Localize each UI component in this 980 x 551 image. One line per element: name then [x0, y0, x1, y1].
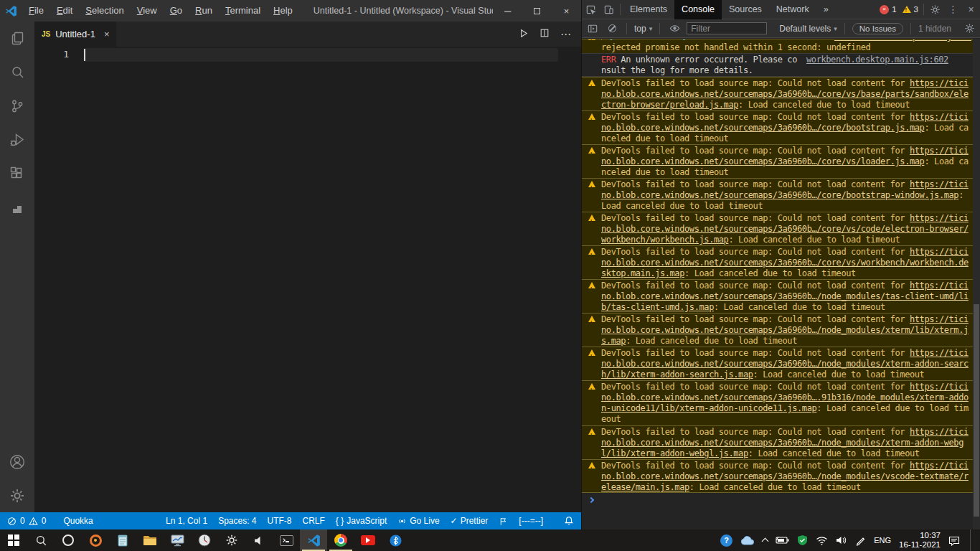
- show-desktop-button[interactable]: [970, 529, 974, 551]
- line-col-indicator[interactable]: Ln 1, Col 1: [166, 516, 207, 526]
- taskbar-vscode-icon[interactable]: [300, 529, 327, 551]
- console-settings-gear-icon[interactable]: [962, 22, 976, 36]
- youtube-icon[interactable]: [354, 529, 382, 551]
- run-debug-icon[interactable]: [0, 123, 34, 156]
- minimize-button[interactable]: ─: [493, 0, 522, 22]
- sourcemap-link[interactable]: https://ticino.blob.core.windows.net/sou…: [601, 461, 969, 492]
- bracket-status[interactable]: [---=--]: [519, 516, 543, 526]
- menu-file[interactable]: File: [22, 0, 50, 22]
- action-center-icon[interactable]: [948, 535, 960, 546]
- devtools-tab-console[interactable]: Console: [674, 0, 722, 19]
- more-tabs-icon[interactable]: »: [816, 0, 836, 19]
- tab-close-icon[interactable]: ×: [104, 29, 110, 39]
- tab-untitled-1[interactable]: JS Untitled-1 ×: [34, 22, 117, 47]
- search-icon[interactable]: [0, 55, 34, 89]
- run-code-icon[interactable]: [518, 28, 529, 41]
- console-scrollbar[interactable]: [973, 39, 980, 529]
- sourcemap-link[interactable]: https://ticino.blob.core.windows.net/sou…: [601, 281, 969, 312]
- clear-console-icon[interactable]: [605, 22, 619, 36]
- sourcemap-link[interactable]: https://ticino.blob.core.windows.net/sou…: [601, 247, 969, 278]
- accounts-icon[interactable]: [0, 445, 34, 479]
- devtools-tab-sources[interactable]: Sources: [722, 0, 769, 19]
- console-sidebar-icon[interactable]: [585, 22, 600, 36]
- sourcemap-link[interactable]: https://ticino.blob.core.windows.net/sou…: [601, 427, 969, 458]
- language-indicator[interactable]: ENG: [874, 536, 891, 545]
- context-selector[interactable]: top▾: [634, 24, 652, 34]
- extensions-icon[interactable]: [0, 156, 34, 190]
- indentation-indicator[interactable]: Spaces: 4: [218, 516, 256, 526]
- encoding-indicator[interactable]: UTF-8: [268, 516, 292, 526]
- device-toolbar-icon[interactable]: [600, 0, 618, 19]
- sourcemap-link[interactable]: https://ticino.blob.core.windows.net/sou…: [601, 382, 969, 413]
- notepad-icon[interactable]: [109, 529, 136, 551]
- devtools-tab-elements[interactable]: Elements: [623, 0, 674, 19]
- menu-selection[interactable]: Selection: [79, 0, 130, 22]
- performance-monitor-icon[interactable]: [164, 529, 191, 551]
- menu-help[interactable]: Help: [267, 0, 299, 22]
- taskbar-search-icon[interactable]: [27, 529, 55, 551]
- error-badge[interactable]: ×1: [880, 5, 896, 14]
- warning-badge[interactable]: 3: [903, 5, 918, 14]
- sourcemap-link[interactable]: https://ticino.blob.core.windows.net/sou…: [601, 78, 969, 110]
- taskbar-settings-gear-icon[interactable]: [218, 529, 245, 551]
- sourcemap-link[interactable]: https://ticino.blob.core.windows.net/sou…: [601, 213, 969, 245]
- language-indicator[interactable]: { }JavaScript: [336, 516, 387, 526]
- wifi-icon[interactable]: [816, 536, 828, 545]
- windows-ink-pen-icon[interactable]: [855, 535, 866, 546]
- devtools-close-icon[interactable]: ×: [962, 0, 980, 19]
- onedrive-cloud-icon[interactable]: [740, 535, 755, 545]
- close-button[interactable]: ×: [552, 0, 581, 22]
- sourcemap-link[interactable]: https://ticino.blob.core.windows.net/sou…: [601, 112, 969, 133]
- notifications-bell-icon[interactable]: [564, 516, 574, 526]
- sourcemap-link[interactable]: https://ticino.blob.core.windows.net/sou…: [601, 179, 969, 200]
- menu-edit[interactable]: Edit: [50, 0, 79, 22]
- log-levels-selector[interactable]: Default levels▾: [779, 24, 837, 34]
- restore-button[interactable]: [522, 0, 552, 22]
- devtools-settings-gear-icon[interactable]: [926, 0, 944, 19]
- start-button[interactable]: [0, 529, 27, 551]
- battery-icon[interactable]: [776, 536, 789, 545]
- flag-icon[interactable]: [499, 517, 508, 526]
- get-help-icon[interactable]: ?: [720, 534, 732, 547]
- scrollbar-thumb[interactable]: [974, 304, 979, 517]
- explorer-icon[interactable]: [0, 22, 34, 55]
- security-shield-icon[interactable]: [797, 534, 808, 546]
- console-prompt[interactable]: [582, 493, 980, 507]
- source-link[interactable]: workbench.desktop.main.js:602: [806, 55, 948, 75]
- settings-gear-icon[interactable]: [0, 479, 34, 512]
- cortana-icon[interactable]: [55, 529, 82, 551]
- expand-triangle-icon[interactable]: [601, 39, 605, 40]
- split-editor-icon[interactable]: [540, 28, 550, 40]
- clock[interactable]: 10:37 16-11-2021: [899, 531, 941, 550]
- editor-pane[interactable]: 1: [34, 47, 581, 512]
- more-actions-icon[interactable]: ⋯: [560, 28, 571, 41]
- command-prompt-icon[interactable]: [273, 529, 300, 551]
- taskbar-chrome-icon[interactable]: [327, 529, 354, 551]
- inspect-element-icon[interactable]: [582, 0, 600, 19]
- menu-view[interactable]: View: [131, 0, 164, 22]
- source-control-icon[interactable]: [0, 89, 34, 123]
- no-issues-badge[interactable]: No Issues: [852, 23, 903, 34]
- orange-ring-app-icon[interactable]: [82, 529, 109, 551]
- clock-app-icon[interactable]: [191, 529, 218, 551]
- bluetooth-icon[interactable]: [382, 529, 409, 551]
- problems-indicator[interactable]: 0 0: [7, 516, 46, 526]
- menu-run[interactable]: Run: [189, 0, 219, 22]
- quokka-icon[interactable]: [0, 190, 34, 224]
- volume-mixer-icon[interactable]: [245, 529, 273, 551]
- hidden-messages-label[interactable]: 1 hidden: [918, 24, 951, 34]
- file-explorer-icon[interactable]: [136, 529, 164, 551]
- prettier-status[interactable]: ✓Prettier: [451, 516, 489, 526]
- tray-expand-chevron-icon[interactable]: [763, 537, 768, 544]
- filter-input[interactable]: [687, 22, 767, 34]
- tray-volume-icon[interactable]: [836, 535, 847, 545]
- live-expression-eye-icon[interactable]: [667, 22, 682, 36]
- menu-go[interactable]: Go: [164, 0, 189, 22]
- eol-indicator[interactable]: CRLF: [303, 516, 325, 526]
- menu-terminal[interactable]: Terminal: [219, 0, 267, 22]
- quokka-status[interactable]: Quokka: [63, 516, 93, 526]
- devtools-menu-icon[interactable]: ⋮: [944, 0, 962, 19]
- devtools-tab-network[interactable]: Network: [769, 0, 816, 19]
- go-live-button[interactable]: Go Live: [397, 516, 439, 526]
- sourcemap-link[interactable]: https://ticino.blob.core.windows.net/sou…: [601, 314, 969, 346]
